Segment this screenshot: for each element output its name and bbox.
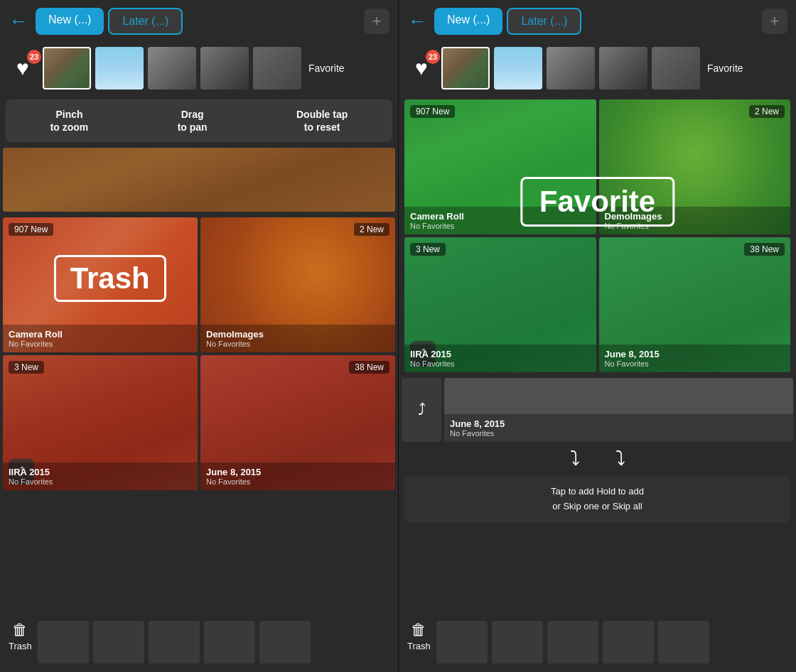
left-cell1-badge: 907 New [9,223,53,236]
right-nav-bar: ← New (...) Later (...) + [399,0,796,43]
right-main-content: 907 New Camera Roll No Favorites 2 New D… [399,94,796,615]
right-bottom-thumb-3[interactable] [547,621,598,663]
left-bottom-thumbs [38,621,389,663]
right-cell4-badge: 38 New [744,243,785,256]
left-trash-label: Trash [9,641,32,651]
right-cell3-subtitle: No Favorites [410,359,591,368]
right-favorite-icon-wrap[interactable]: ♥ 23 [406,53,437,84]
left-cell1-label: Camera Roll No Favorites [3,325,198,352]
right-favorite-badge: 23 [426,50,440,64]
right-cell4-subtitle: No Favorites [605,359,785,368]
left-photo-grid: 907 New Camera Roll No Favorites Trash 2… [0,215,398,493]
left-main-content: Pinch to zoom Drag to pan Double tap to … [0,94,398,615]
left-cell1-subtitle: No Favorites [9,340,192,348]
right-cell2-title: DemoImages [605,211,785,222]
left-favorite-label: Favorite [308,63,345,74]
left-thumb-3[interactable] [148,47,196,90]
right-drag-hint-line1: Tap to add Hold to add [416,484,779,499]
left-bottom-thumb-3[interactable] [149,621,200,663]
right-back-button[interactable]: ← [407,10,427,33]
left-thumb-2[interactable] [95,47,144,90]
right-trash-section[interactable]: 🗑 Trash [407,621,431,651]
left-tab-later[interactable]: Later (...) [108,8,183,35]
left-cell3-badge: 3 New [9,361,44,374]
right-thumb-5[interactable] [652,47,700,90]
right-panel: ← New (...) Later (...) + ♥ 23 Favorite [398,0,796,672]
right-photo-area: 907 New Camera Roll No Favorites 2 New D… [399,94,796,378]
left-bottom-thumb-4[interactable] [204,621,255,663]
right-bottom-thumb-2[interactable] [492,621,543,663]
left-cell-demo-images[interactable]: 2 New DemoImages No Favorites [200,217,395,352]
left-bottom-thumb-2[interactable] [93,621,144,663]
left-cell3-label: IIRA 2015 No Favorites [3,462,198,490]
right-photo-grid: 907 New Camera Roll No Favorites 2 New D… [402,97,793,375]
right-tab-later[interactable]: Later (...) [507,8,581,35]
right-add-button[interactable]: + [762,9,787,34]
left-bottom-thumb-5[interactable] [259,621,311,663]
left-back-button[interactable]: ← [9,10,28,33]
right-cell3-title: IIRA 2015 [410,349,591,359]
right-extra-row: ⤴ June 8, 2015 No Favorites [399,378,796,445]
gesture-doubletap: Double tap to reset [296,108,348,134]
right-thumb-2[interactable] [494,47,542,90]
left-panel: ← New (...) Later (...) + ♥ 23 Favorite … [0,0,398,672]
left-cell2-label: DemoImages No Favorites [200,325,395,352]
right-trash-label: Trash [407,641,431,651]
left-tab-new[interactable]: New (...) [36,8,104,35]
left-cell2-title: DemoImages [206,329,389,340]
right-cell1-subtitle: No Favorites [410,222,591,230]
right-cell-demo[interactable]: 2 New DemoImages No Favorites [599,99,791,234]
left-nav-bar: ← New (...) Later (...) + [0,0,398,43]
left-cell4-label: June 8, 2015 No Favorites [200,462,395,490]
right-extra-share-cell[interactable]: ⤴ [402,378,441,442]
right-cell-june[interactable]: 38 New June 8, 2015 No Favorites [599,237,791,372]
right-cell1-label: Camera Roll No Favorites [404,207,596,234]
right-extra-june-title: June 8, 2015 [450,418,787,429]
right-cell2-subtitle: No Favorites [605,222,785,230]
right-extra-june-cell[interactable]: June 8, 2015 No Favorites [444,378,793,442]
right-thumb-4[interactable] [599,47,647,90]
right-cell-camera-roll[interactable]: 907 New Camera Roll No Favorites [404,99,596,234]
right-thumb-strip: ♥ 23 Favorite [399,43,796,94]
left-add-button[interactable]: + [364,9,389,34]
left-nav-tabs: New (...) Later (...) [36,8,357,35]
left-cell2-badge: 2 New [354,223,389,236]
right-arrows: ⤵ ⤵ [399,445,796,473]
left-favorite-badge: 23 [27,50,41,64]
right-extra-share-icon: ⤴ [418,401,426,419]
left-bottom-bar: 🗑 Trash [0,615,398,672]
right-thumb-1[interactable] [441,47,490,90]
right-drag-hint: Tap to add Hold to add or Skip one or Sk… [404,476,790,523]
right-cell2-label: DemoImages No Favorites [599,207,791,234]
left-thumb-4[interactable] [200,47,249,90]
right-bottom-thumb-1[interactable] [436,621,488,663]
right-thumb-3[interactable] [547,47,595,90]
left-thumb-5[interactable] [253,47,301,90]
right-arrow-left: ⤵ [570,448,580,470]
left-cell4-subtitle: No Favorites [206,477,389,486]
right-cell4-label: June 8, 2015 No Favorites [599,345,791,372]
left-gesture-bar: Pinch to zoom Drag to pan Double tap to … [6,99,392,142]
right-trash-icon: 🗑 [411,621,426,639]
left-cell2-subtitle: No Favorites [206,340,389,348]
left-trash-icon: 🗑 [12,621,28,639]
left-trash-section[interactable]: 🗑 Trash [9,621,32,651]
left-cell-camera-roll[interactable]: 907 New Camera Roll No Favorites Trash [3,217,198,352]
left-cell4-title: June 8, 2015 [206,467,389,477]
right-cell3-badge: 3 New [410,243,446,256]
right-drag-hint-line2: or Skip one or Skip all [416,499,779,514]
right-bottom-thumb-5[interactable] [658,621,709,663]
left-cell-iira[interactable]: 3 New ⤴ IIRA 2015 No Favorites [3,355,198,490]
left-favorite-icon-wrap[interactable]: ♥ 23 [7,53,38,84]
gesture-drag: Drag to pan [178,108,208,134]
left-thumb-1[interactable] [43,47,91,90]
left-cell-june[interactable]: 38 New June 8, 2015 No Favorites [200,355,395,490]
left-bottom-thumb-1[interactable] [38,621,89,663]
left-cell1-title: Camera Roll [9,329,192,340]
right-bottom-thumb-4[interactable] [603,621,654,663]
left-cell4-badge: 38 New [349,361,389,374]
right-favorite-label: Favorite [707,63,743,74]
right-cell-iira[interactable]: 3 New ⤴ IIRA 2015 No Favorites [404,237,596,372]
right-tab-new[interactable]: New (...) [434,8,502,35]
right-cell4-title: June 8, 2015 [605,349,785,359]
